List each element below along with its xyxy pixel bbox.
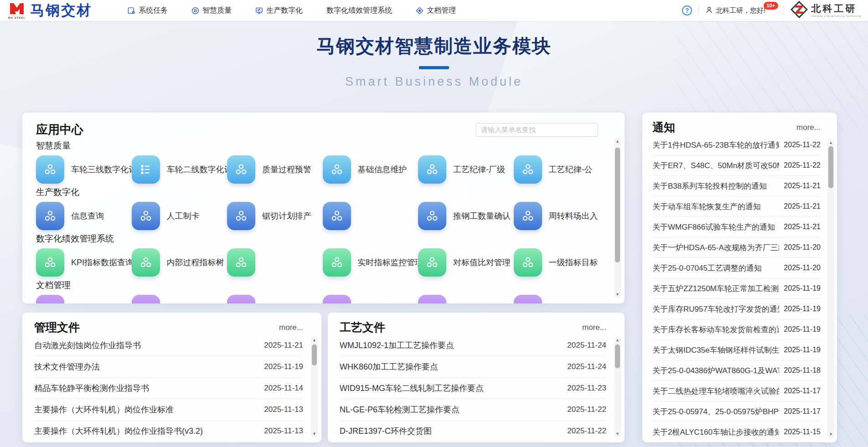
app-shortcut[interactable]: 基础信息维护 [323,155,418,184]
menu-search-input[interactable] [476,123,598,137]
notice-row[interactable]: 关于ER7、S48C、50Mn材质可改50Mn-T... 2025-11-22 [652,155,821,176]
app-shortcut[interactable] [227,295,323,303]
notice-row[interactable]: 关于25-0-04386炉WAT860G-1及WAT860... 2025-11… [652,360,821,381]
document-title: 技术文件管理办法 [34,361,100,372]
brand-name: 马钢交材 [30,1,92,20]
document-row[interactable]: WMJL1092-1加工工艺操作要点 2025-11-24 [340,335,606,356]
document-title: WID915-MG车轮二线轧制工艺操作要点 [340,383,484,394]
menu-item-smart-quality[interactable]: 智慧质量 [191,6,232,15]
app-shortcut[interactable] [323,295,418,303]
document-row[interactable]: 主要操作（大环件轧机）岗位作业指导书(v3.2) 2025-11-13 [34,421,303,442]
notice-row[interactable]: 关于太钢IDC35e车轴钢坯样件试制生产试... 2025-11-19 [652,340,821,360]
process-files-scrollbar[interactable]: ▲ ▼ [614,336,621,437]
notice-row[interactable]: 关于库存RU957车轮改打字发货的通知 2025-11-19 [652,299,821,319]
document-row[interactable]: D-JRE1397-C环件交货图 2025-11-22 [340,421,606,442]
scroll-up-arrow[interactable]: ▲ [614,138,621,144]
document-row[interactable]: NL-GE-P6车轮检测工艺操作要点 2025-11-22 [340,399,606,421]
app-shortcut[interactable]: 人工制卡 [132,202,227,230]
management-files-panel: 管理文件 more... 自动激光刻蚀岗位作业指导书 2025-11-21 技术… [22,313,321,442]
app-shortcut[interactable] [514,295,610,303]
notices-more-link[interactable]: more... [796,123,821,132]
menu-item-system-tasks[interactable]: 系统任务 [128,6,168,15]
notice-row[interactable]: 关于B38系列车轮投料控制的通知 2025-11-21 [652,176,821,196]
app-shortcut[interactable]: 对标值比对管理 [418,248,514,277]
document-row[interactable]: 自动激光刻蚀岗位作业指导书 2025-11-21 [34,335,303,356]
app-shortcut[interactable] [227,248,323,277]
notice-row[interactable]: 关于五炉ZZ1250M车轮正常加工检测的通... 2025-11-19 [652,278,821,299]
menu-item-document-management[interactable]: 文档管理 [416,6,456,15]
help-icon[interactable]: ? [682,5,692,15]
app-icon [323,202,351,230]
section-label-production-digital: 生产数字化 [36,187,609,198]
app-shortcut[interactable]: 内部过程指标树 [132,248,227,277]
app-center-scrollbar[interactable]: ▲ ▼ [614,138,621,298]
management-files-scrollbar[interactable]: ▲ ▼ [311,336,318,437]
app-shortcut[interactable]: 质量过程预警 [227,155,323,184]
scroll-up-arrow[interactable]: ▲ [311,337,318,343]
document-row[interactable]: WID915-MG车轮二线轧制工艺操作要点 2025-11-23 [340,378,606,399]
menu-item-label: 数字化绩效管理系统 [326,6,392,15]
app-center-title: 应用中心 [36,122,83,138]
app-shortcut[interactable]: 车轮二线数字化评价 [132,155,227,184]
app-label: KPI指标数据查询 [71,257,132,268]
document-row[interactable]: 精品车轮静平衡检测作业指导书 2025-11-14 [34,378,303,399]
scroll-down-arrow[interactable]: ▼ [311,431,318,437]
scroll-down-arrow[interactable]: ▼ [614,291,621,298]
app-shortcut[interactable]: 实时指标监控管理 [323,248,418,277]
management-files-more-link[interactable]: more... [279,323,303,332]
app-shortcut[interactable]: 工艺纪律-厂级 [418,155,514,184]
app-shortcut[interactable]: KPI指标数据查询 [36,248,132,277]
app-shortcut[interactable] [418,295,514,303]
scrollbar-thumb[interactable] [312,344,317,365]
document-row[interactable]: 技术文件管理办法 2025-11-19 [34,356,303,378]
app-icon [227,155,255,184]
user-menu[interactable]: 北科工研，您好! 10+ [705,6,777,15]
app-shortcut[interactable]: 车轮三线数字化评价 [36,155,132,184]
scroll-down-arrow[interactable]: ▼ [827,431,834,437]
document-date: 2025-11-19 [264,362,303,371]
scrollbar-thumb[interactable] [615,344,620,368]
notice-row[interactable]: 关于25-0-05974、25-0-05975炉BHP970... 2025-1… [652,401,821,422]
notice-row[interactable]: 关于动车组车轮恢复生产的通知 2025-11-21 [652,196,821,217]
app-shortcut[interactable]: 信息查询 [36,202,132,230]
scroll-up-arrow[interactable]: ▲ [827,139,834,146]
notice-row[interactable]: 关于2根ALYC160车轴让步接收的通知 2025-11-15 [652,422,821,442]
notice-row[interactable]: 关于二线热处理车轮堵喷嘴淬火试验的通知 2025-11-17 [652,381,821,401]
app-shortcut[interactable] [36,295,132,303]
notice-row[interactable]: 关于25-0-07045工艺调整的通知 2025-11-20 [652,258,821,278]
app-label: 一级指标目标 [549,257,598,268]
scrollbar-thumb[interactable] [828,146,833,188]
document-date: 2025-11-22 [567,426,606,436]
process-files-more-link[interactable]: more... [582,323,606,332]
notices-panel: 通知 more... 关于1件HDSA-65-23B车轮的放行通知 2025-1… [642,113,837,442]
app-shortcut[interactable] [132,295,227,303]
notice-row[interactable]: 关于库存长客标动车轮发货前检查的通知 2025-11-19 [652,319,821,340]
app-shortcut[interactable]: 周转料场出入 [514,202,610,230]
document-date: 2025-11-23 [567,384,606,393]
notices-scrollbar[interactable]: ▲ ▼ [827,139,834,438]
app-shortcut[interactable] [323,202,418,230]
brand-logo[interactable]: MA STEEL 马钢交材 [8,1,92,20]
divider [698,6,699,15]
scroll-up-arrow[interactable]: ▲ [614,337,621,343]
menu-item-performance-system[interactable]: 数字化绩效管理系统 [326,6,392,15]
app-label: 车轮二线数字化评价 [167,164,227,175]
app-shortcut[interactable]: 工艺纪律-公 [514,155,610,184]
notice-row[interactable]: 关于WMGF866试验车轮生产的通知 2025-11-21 [652,217,821,237]
app-shortcut[interactable]: 一级指标目标 [514,248,610,277]
menu-item-production-digital[interactable]: 生产数字化 [255,6,303,15]
document-row[interactable]: 主要操作（大环件轧机）岗位作业标准 2025-11-13 [34,399,303,421]
app-label: 信息查询 [71,211,104,221]
document-row[interactable]: WHK860加工工艺操作要点 2025-11-24 [340,356,606,378]
app-shortcut[interactable]: 锯切计划排产 [227,202,323,230]
partner-logo-icon [790,1,808,20]
app-shortcut[interactable]: 推钢工数量确认 [418,202,514,230]
scroll-down-arrow[interactable]: ▼ [614,431,621,437]
brand-subtext: MA STEEL [8,16,26,19]
notice-date: 2025-11-19 [784,284,821,293]
scrollbar-thumb[interactable] [615,148,620,262]
notice-row[interactable]: 关于一炉HDSA-65-A改规格为齐厂三款H... 2025-11-20 [652,237,821,258]
app-label: 锯切计划排产 [262,211,311,221]
notice-row[interactable]: 关于1件HDSA-65-23B车轮的放行通知 2025-11-22 [652,135,821,155]
main-menu: 系统任务 智慧质量 生产数字化 数字化绩效管理系统 文档管理 [128,6,456,15]
